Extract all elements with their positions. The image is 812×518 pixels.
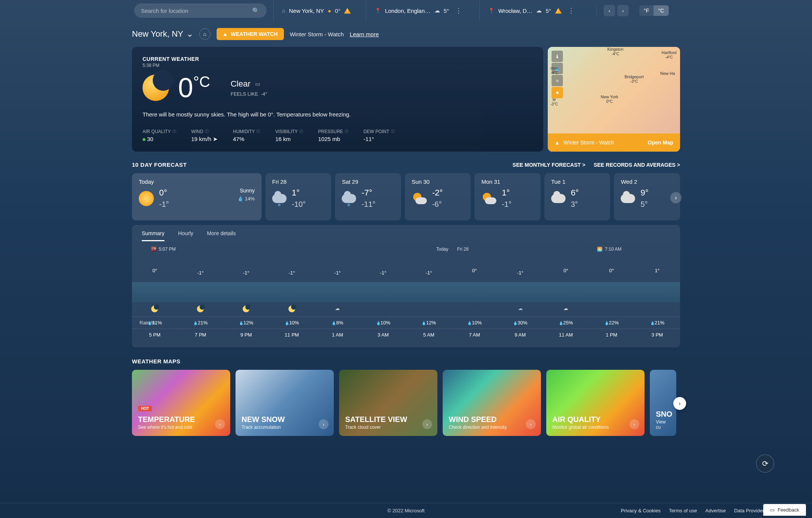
unit-toggle[interactable]: °F °C <box>639 5 669 16</box>
map-tool-wind[interactable]: ≈ <box>552 75 563 86</box>
tile-arrow-icon: › <box>422 419 432 429</box>
home-icon: ⌂ <box>282 8 285 14</box>
more-icon[interactable]: ⋮ <box>566 6 577 15</box>
forecast-day-card[interactable]: Fri 281°-10° <box>265 173 332 220</box>
tab-summary[interactable]: Summary <box>142 230 164 241</box>
day-high: 0° <box>159 188 169 198</box>
map-city-label: nton-4°C <box>550 66 558 75</box>
footer-link[interactable]: Terms of use <box>669 508 697 513</box>
weather-map-tile[interactable]: AIR QUALITYMonitor global air conditions… <box>546 370 645 436</box>
feedback-icon[interactable]: ▭ <box>255 81 260 87</box>
hourly-temp-point: 0° <box>152 268 157 273</box>
location-tab-newyork[interactable]: ⌂ New York, NY ● 0° <box>273 0 359 21</box>
detail-tabs: Summary Hourly More details <box>132 225 680 241</box>
rain-snow-icon: ☁ <box>518 306 523 311</box>
weather-map-tile[interactable]: SATELLITE VIEWTrack cloud cover› <box>339 370 437 436</box>
hourly-icon-cell <box>406 306 452 313</box>
forecast-day-card[interactable]: Today0°-1°Sunny💧 14% <box>132 173 262 220</box>
hourly-rain-cell: 💧25% <box>543 320 589 326</box>
prev-location-button[interactable]: ‹ <box>604 5 615 16</box>
map-tool-severe[interactable]: ✷ <box>552 87 563 98</box>
current-condition: Clear ▭ <box>231 79 267 89</box>
location-name: Wrocław, D… <box>498 8 533 14</box>
home-button[interactable]: ⌂ <box>199 28 211 40</box>
hourly-icon-cell <box>589 306 634 313</box>
unit-celsius[interactable]: °C <box>654 5 669 16</box>
day-divider-today: Today <box>436 247 448 252</box>
location-tab-wroclaw[interactable]: 📍 Wrocław, D… ☁ 5° ⋮ <box>479 0 585 21</box>
footer: © 2022 Microsoft Privacy & CookiesTerms … <box>0 503 812 518</box>
weather-map-tile[interactable]: WIND SPEEDCheck direction and intensity› <box>443 370 541 436</box>
alert-text: Winter Storm - Watch <box>290 31 344 37</box>
search-input[interactable] <box>141 8 252 14</box>
moon-icon <box>143 74 169 101</box>
location-name: London, Englan… <box>385 8 430 14</box>
hourly-time-cell: 1 AM <box>315 332 360 338</box>
feedback-button[interactable]: ▭ Feedback <box>763 504 806 516</box>
search-icon[interactable]: 🔍 <box>252 7 260 14</box>
forecast-row: Today0°-1°Sunny💧 14%Fri 281°-10°Sat 29-7… <box>132 173 680 220</box>
forecast-next-button[interactable]: › <box>670 192 682 203</box>
unit-fahrenheit[interactable]: °F <box>639 5 654 16</box>
tab-more-details[interactable]: More details <box>207 230 236 241</box>
hourly-temp-point: -1° <box>426 270 432 276</box>
footer-link[interactable]: Data Providers <box>734 508 767 513</box>
feels-like: FEELS LIKE -4° <box>231 91 267 97</box>
map-card[interactable]: 🌡 💧 ≈ ✷ Kingston-4°CHartford-4°Cnton-4°C… <box>548 47 680 152</box>
hourly-time-cell: 5 PM <box>132 332 178 338</box>
tab-hourly[interactable]: Hourly <box>178 230 193 241</box>
forecast-day-card[interactable]: Sun 30-2°-6° <box>405 173 471 220</box>
moon-icon <box>197 306 204 312</box>
footer-link[interactable]: Privacy & Cookies <box>621 508 660 513</box>
weather-map-tile[interactable]: HOTTEMPERATURESee where it's hot and col… <box>132 370 230 436</box>
map-tool-temperature[interactable]: 🌡 <box>552 51 563 62</box>
sun-icon: ● <box>328 8 331 14</box>
day-label: Tue 1 <box>551 178 604 185</box>
cloud-icon: ☁ <box>335 306 340 311</box>
copyright: © 2022 Microsoft <box>387 508 425 513</box>
cloud-icon <box>551 194 566 203</box>
hourly-icon-cell: ☁ <box>497 306 543 313</box>
forecast-day-card[interactable]: Sat 29-7°-11° <box>335 173 401 220</box>
footer-link[interactable]: Advertise <box>705 508 726 513</box>
map-surface[interactable]: 🌡 💧 ≈ ✷ Kingston-4°CHartford-4°Cnton-4°C… <box>548 47 680 133</box>
refresh-button[interactable]: ⟳ <box>756 454 774 473</box>
tile-subtitle: Monitor global air conditions <box>552 425 638 430</box>
hourly-time-cell: 7 PM <box>178 332 223 338</box>
weather-map-tile[interactable]: NEW SNOWTrack accumulation› <box>236 370 334 436</box>
location-selector[interactable]: New York, NY ⌄ <box>132 29 193 39</box>
maps-next-button[interactable]: › <box>673 397 686 410</box>
feedback-label: Feedback <box>778 507 799 513</box>
hourly-time-cell: 3 PM <box>634 332 680 338</box>
records-link[interactable]: SEE RECORDS AND AVERAGES > <box>594 162 680 168</box>
day-label: Today <box>139 178 255 185</box>
map-alert-banner: ▲ Winter Storm - Watch Open Map <box>548 133 680 152</box>
map-city-label: le-3°C <box>550 97 558 106</box>
moon-cloud-icon <box>243 306 249 312</box>
day-label: Sun 30 <box>412 178 464 185</box>
hourly-temp-point: -1° <box>334 270 341 276</box>
more-icon[interactable]: ⋮ <box>453 6 464 15</box>
hourly-time-cell: 3 AM <box>360 332 406 338</box>
forecast-day-card[interactable]: Mon 311°-1° <box>474 173 541 220</box>
forecast-day-card[interactable]: Tue 16°3° <box>544 173 611 220</box>
next-location-button[interactable]: › <box>617 5 629 16</box>
weather-map-tile[interactable]: SNOView cu <box>650 370 676 436</box>
learn-more-link[interactable]: Learn more <box>350 31 379 37</box>
hourly-rain-cell: 💧8% <box>315 320 360 326</box>
chevron-down-icon: ⌄ <box>186 29 193 39</box>
weather-watch-badge[interactable]: ▲ WEATHER WATCH <box>217 28 284 40</box>
hourly-chart: 0°-1°-1°-1°-1°-1°-1°0°-1°0°0°1° <box>132 257 680 302</box>
hourly-rain-cell: 💧21% <box>634 320 680 326</box>
open-map-button[interactable]: Open Map <box>648 140 673 146</box>
hourly-temp-point: 0° <box>609 268 614 273</box>
map-alert-text: Winter Storm - Watch <box>564 140 614 146</box>
monthly-forecast-link[interactable]: SEE MONTHLY FORECAST > <box>513 162 586 168</box>
location-tab-london[interactable]: 📍 London, Englan… ☁ 5° ⋮ <box>366 0 472 21</box>
rain-label: Rain % <box>139 320 155 326</box>
current-temp: 0°C <box>178 74 210 101</box>
day-low: -1° <box>502 200 511 209</box>
search-box[interactable]: 🔍 <box>134 3 267 18</box>
hourly-rain-row: Rain % 💧11%💧21%💧12%💧10%💧8%💧10%💧12%💧10%💧3… <box>132 317 680 329</box>
day-label: Mon 31 <box>481 178 534 185</box>
